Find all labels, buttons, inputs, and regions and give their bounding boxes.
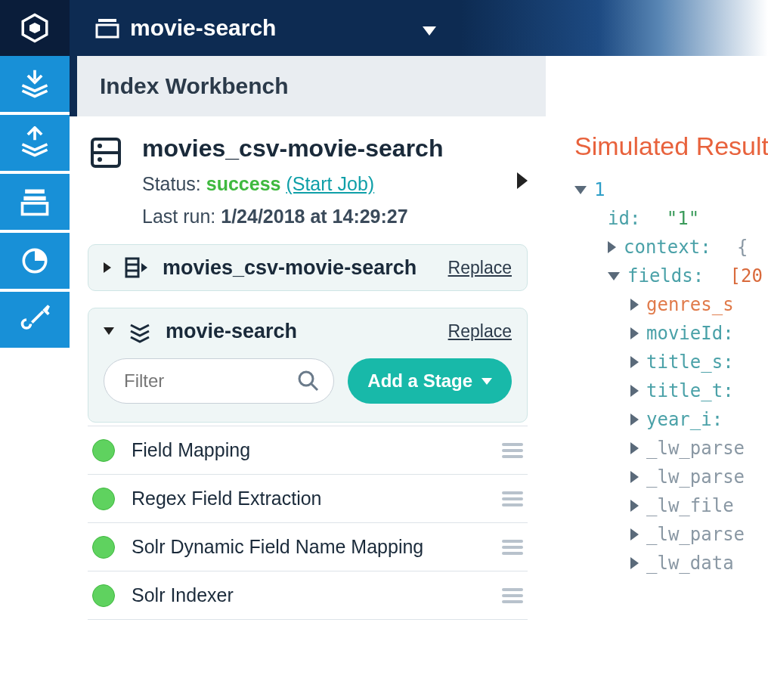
chevron-down-icon: [482, 378, 492, 385]
svg-point-12: [98, 157, 102, 162]
replace-pipeline-link[interactable]: Replace: [448, 321, 512, 342]
tree-row[interactable]: _lw_parse: [574, 524, 768, 545]
stage-row[interactable]: Solr Indexer: [88, 571, 528, 620]
app-logo: [0, 0, 70, 56]
results-title: Simulated Results: [574, 132, 768, 161]
sidebar-item-settings[interactable]: [0, 292, 70, 348]
parser-icon: [125, 256, 149, 280]
chevron-down-icon[interactable]: [104, 327, 114, 335]
stage-name: Solr Indexer: [132, 584, 485, 606]
filter-input[interactable]: [104, 358, 334, 404]
tree-row[interactable]: _lw_parse: [574, 438, 768, 459]
pipeline-icon: [128, 319, 152, 343]
status-dot: [92, 584, 115, 607]
drag-handle-icon[interactable]: [502, 491, 523, 506]
expand-icon[interactable]: [517, 172, 528, 192]
status-dot: [92, 536, 115, 559]
tree-row[interactable]: fields: [20: [574, 265, 768, 287]
drag-handle-icon[interactable]: [502, 588, 523, 603]
datasource-icon: [88, 135, 124, 171]
replace-parser-link[interactable]: Replace: [448, 258, 512, 278]
last-run-label: Last run:: [142, 206, 221, 227]
svg-marker-13: [517, 172, 528, 189]
svg-rect-7: [23, 203, 48, 215]
sidebar-item-query[interactable]: [0, 115, 70, 171]
svg-marker-4: [423, 26, 436, 36]
svg-point-18: [299, 372, 313, 386]
filter-field[interactable]: [124, 370, 291, 392]
parser-name: movies_csv-movie-search: [163, 256, 435, 280]
tree-row[interactable]: title_t:: [574, 380, 768, 401]
tree-row[interactable]: _lw_file: [574, 495, 768, 516]
svg-rect-2: [98, 19, 116, 22]
stage-row[interactable]: Field Mapping: [88, 426, 528, 475]
collection-selector[interactable]: movie-search: [70, 15, 436, 41]
sidebar-item-index[interactable]: [0, 56, 70, 112]
tree-row[interactable]: title_s:: [574, 352, 768, 373]
sidebar-item-collections[interactable]: [0, 174, 70, 230]
sidebar-item-analytics[interactable]: [0, 233, 70, 289]
collection-icon: [95, 16, 119, 40]
chevron-right-icon[interactable]: [104, 262, 111, 273]
datasource-name: movies_csv-movie-search: [142, 135, 528, 163]
pipeline-name: movie-search: [166, 320, 435, 343]
add-stage-button[interactable]: Add a Stage: [348, 358, 512, 404]
tree-row[interactable]: genres_s: [574, 294, 768, 315]
parser-card: movies_csv-movie-search Replace: [88, 244, 528, 291]
tree-row[interactable]: _lw_parse: [574, 466, 768, 488]
chevron-down-icon: [423, 15, 436, 41]
svg-rect-6: [23, 197, 45, 201]
svg-rect-5: [25, 190, 45, 194]
svg-rect-14: [126, 259, 138, 277]
status-label: Status:: [142, 173, 206, 194]
stage-name: Field Mapping: [132, 439, 485, 461]
status-dot: [92, 439, 115, 462]
status-value: success: [206, 173, 281, 194]
tree-row[interactable]: _lw_data: [574, 553, 768, 574]
svg-marker-1: [29, 23, 40, 33]
search-icon: [297, 370, 320, 397]
pipeline-card: movie-search Replace Add a Stage: [88, 308, 528, 423]
tree-row[interactable]: year_i:: [574, 409, 768, 430]
tree-row[interactable]: context: {: [574, 237, 768, 258]
stage-name: Solr Dynamic Field Name Mapping: [132, 536, 485, 558]
svg-line-19: [311, 384, 317, 390]
tree-row[interactable]: movieId:: [574, 323, 768, 344]
svg-marker-17: [141, 263, 147, 272]
last-run-value: 1/24/2018 at 14:29:27: [221, 206, 407, 227]
stage-row[interactable]: Regex Field Extraction: [88, 475, 528, 523]
stage-name: Regex Field Extraction: [132, 488, 485, 510]
drag-handle-icon[interactable]: [502, 443, 523, 458]
stage-row[interactable]: Solr Dynamic Field Name Mapping: [88, 523, 528, 571]
svg-point-11: [98, 144, 102, 148]
tree-row: id: "1": [574, 208, 768, 229]
page-title: Index Workbench: [70, 56, 546, 116]
status-dot: [92, 488, 115, 510]
tree-row[interactable]: 1: [574, 179, 768, 200]
collection-name: movie-search: [130, 15, 276, 41]
drag-handle-icon[interactable]: [502, 540, 523, 555]
start-job-link[interactable]: (Start Job): [286, 173, 374, 194]
svg-rect-3: [97, 25, 118, 37]
